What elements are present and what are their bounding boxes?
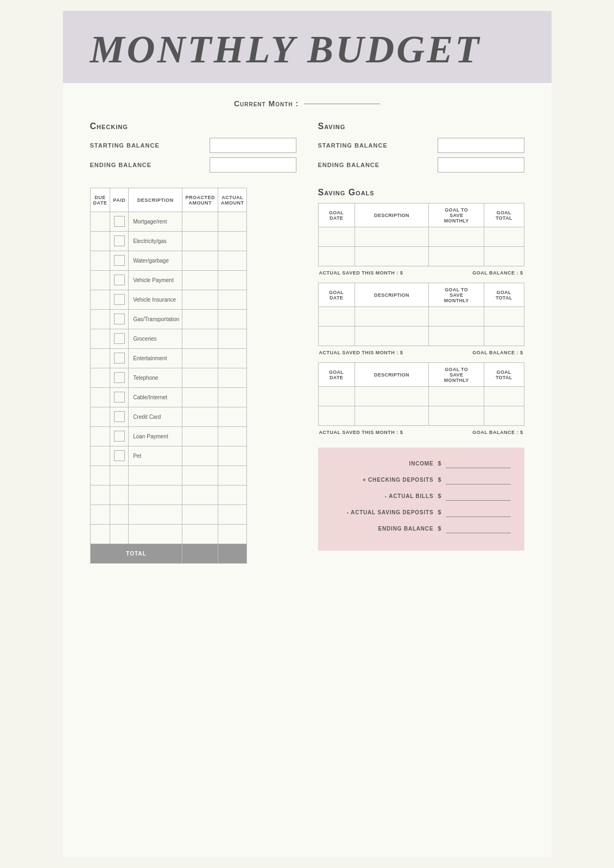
due-date-cell[interactable]	[90, 232, 110, 251]
total-proacted[interactable]	[182, 544, 218, 564]
goal-desc-cell[interactable]	[355, 327, 429, 346]
paid-cell[interactable]	[110, 271, 129, 290]
paid-checkbox[interactable]	[114, 372, 125, 383]
total-actual[interactable]	[218, 544, 247, 564]
actual-cell[interactable]	[218, 407, 247, 427]
ending-balance-input[interactable]	[446, 524, 511, 533]
paid-cell[interactable]	[110, 466, 129, 486]
paid-cell[interactable]	[110, 427, 129, 446]
paid-cell[interactable]	[110, 486, 129, 505]
goal-date-cell[interactable]	[318, 247, 355, 266]
paid-cell[interactable]	[110, 251, 129, 271]
goal-desc-cell[interactable]	[355, 387, 429, 406]
proacted-cell[interactable]	[182, 486, 218, 505]
proacted-cell[interactable]	[182, 505, 218, 525]
due-date-cell[interactable]	[90, 486, 110, 505]
actual-cell[interactable]	[218, 349, 247, 368]
paid-cell[interactable]	[110, 525, 129, 544]
due-date-cell[interactable]	[90, 466, 110, 486]
due-date-cell[interactable]	[90, 446, 110, 466]
goal-desc-cell[interactable]	[355, 406, 429, 426]
proacted-cell[interactable]	[182, 271, 218, 290]
due-date-cell[interactable]	[90, 368, 110, 388]
goal-total-cell[interactable]	[484, 327, 524, 346]
actual-cell[interactable]	[218, 466, 247, 486]
actual-cell[interactable]	[218, 290, 247, 310]
proacted-cell[interactable]	[182, 446, 218, 466]
due-date-cell[interactable]	[90, 505, 110, 525]
saving-ending-input[interactable]	[438, 157, 524, 173]
actual-cell[interactable]	[218, 486, 247, 505]
proacted-cell[interactable]	[182, 251, 218, 271]
paid-cell[interactable]	[110, 212, 129, 232]
paid-cell[interactable]	[110, 388, 129, 407]
goal-monthly-cell[interactable]	[429, 307, 484, 327]
paid-cell[interactable]	[110, 329, 129, 349]
due-date-cell[interactable]	[90, 271, 110, 290]
proacted-cell[interactable]	[182, 290, 218, 310]
goal-date-cell[interactable]	[318, 227, 355, 247]
paid-checkbox[interactable]	[114, 255, 125, 266]
due-date-cell[interactable]	[90, 525, 110, 544]
paid-checkbox[interactable]	[114, 333, 125, 344]
due-date-cell[interactable]	[90, 329, 110, 349]
current-month-input[interactable]	[304, 104, 380, 104]
paid-checkbox[interactable]	[114, 431, 125, 442]
due-date-cell[interactable]	[90, 212, 110, 232]
goal-date-cell[interactable]	[318, 307, 355, 327]
actual-cell[interactable]	[218, 525, 247, 544]
actual-saving-input[interactable]	[446, 507, 511, 517]
proacted-cell[interactable]	[182, 212, 218, 232]
goal-total-cell[interactable]	[484, 247, 524, 266]
proacted-cell[interactable]	[182, 407, 218, 427]
goal-monthly-cell[interactable]	[429, 327, 484, 346]
goal-date-cell[interactable]	[318, 406, 355, 426]
actual-cell[interactable]	[218, 368, 247, 388]
actual-cell[interactable]	[218, 271, 247, 290]
actual-cell[interactable]	[218, 251, 247, 271]
saving-starting-input[interactable]	[438, 138, 524, 153]
due-date-cell[interactable]	[90, 310, 110, 329]
proacted-cell[interactable]	[182, 329, 218, 349]
income-input[interactable]	[446, 458, 511, 468]
paid-checkbox[interactable]	[114, 314, 125, 324]
proacted-cell[interactable]	[182, 349, 218, 368]
proacted-cell[interactable]	[182, 232, 218, 251]
goal-desc-cell[interactable]	[355, 307, 429, 327]
goal-total-cell[interactable]	[484, 387, 524, 406]
paid-cell[interactable]	[110, 290, 129, 310]
proacted-cell[interactable]	[182, 388, 218, 407]
goal-desc-cell[interactable]	[355, 227, 429, 247]
due-date-cell[interactable]	[90, 427, 110, 446]
paid-cell[interactable]	[110, 407, 129, 427]
paid-cell[interactable]	[110, 446, 129, 466]
paid-checkbox[interactable]	[114, 392, 125, 403]
paid-checkbox[interactable]	[114, 450, 125, 461]
goal-total-cell[interactable]	[484, 307, 524, 327]
goal-monthly-cell[interactable]	[429, 406, 484, 426]
paid-cell[interactable]	[110, 349, 129, 368]
actual-cell[interactable]	[218, 446, 247, 466]
goal-monthly-cell[interactable]	[429, 227, 484, 247]
paid-checkbox[interactable]	[114, 294, 125, 305]
actual-cell[interactable]	[218, 329, 247, 349]
due-date-cell[interactable]	[90, 388, 110, 407]
goal-total-cell[interactable]	[484, 227, 524, 247]
actual-cell[interactable]	[218, 388, 247, 407]
actual-cell[interactable]	[218, 232, 247, 251]
actual-cell[interactable]	[218, 427, 247, 446]
proacted-cell[interactable]	[182, 368, 218, 388]
due-date-cell[interactable]	[90, 349, 110, 368]
checking-ending-input[interactable]	[210, 157, 296, 173]
paid-cell[interactable]	[110, 310, 129, 329]
actual-bills-input[interactable]	[446, 491, 511, 501]
actual-cell[interactable]	[218, 505, 247, 525]
paid-cell[interactable]	[110, 368, 129, 388]
due-date-cell[interactable]	[90, 251, 110, 271]
proacted-cell[interactable]	[182, 310, 218, 329]
checking-deposits-input[interactable]	[446, 475, 511, 484]
proacted-cell[interactable]	[182, 466, 218, 486]
goal-date-cell[interactable]	[318, 387, 355, 406]
goal-monthly-cell[interactable]	[429, 387, 484, 406]
proacted-cell[interactable]	[182, 427, 218, 446]
